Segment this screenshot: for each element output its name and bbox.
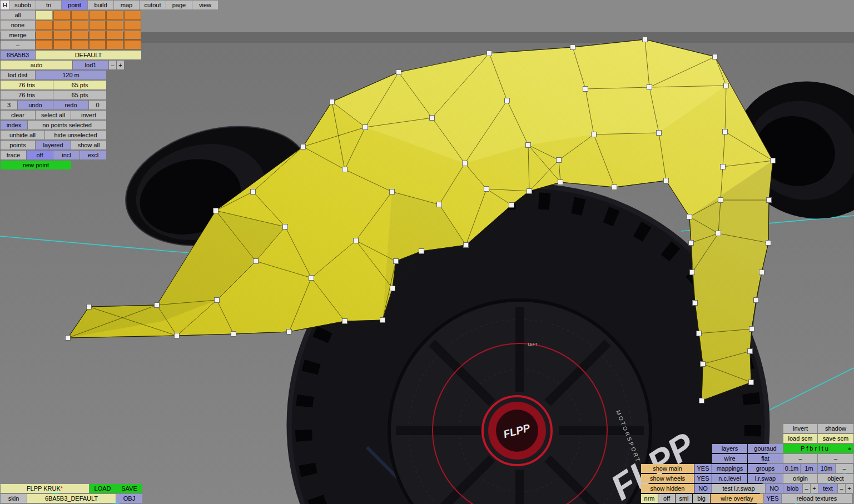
- palette-cell[interactable]: [124, 31, 141, 40]
- skin-label[interactable]: skin: [1, 494, 27, 503]
- palette-cell[interactable]: [89, 31, 106, 40]
- load-scm-button[interactable]: load scm: [783, 434, 817, 443]
- trace-off-button[interactable]: off: [27, 151, 53, 159]
- show-wheels-toggle[interactable]: YES: [694, 474, 712, 483]
- blob-button[interactable]: blob: [783, 484, 802, 493]
- mesh-vertex[interactable]: [87, 305, 92, 310]
- mesh-vertex[interactable]: [767, 198, 772, 203]
- invert-button[interactable]: invert: [783, 424, 817, 433]
- lod-minus-button[interactable]: –: [109, 61, 116, 69]
- blob-minus-button[interactable]: –: [803, 484, 810, 493]
- tab-h[interactable]: H: [1, 1, 9, 9]
- mesh-vertex[interactable]: [748, 349, 753, 354]
- mesh-vertex[interactable]: [771, 158, 776, 163]
- show-all-button[interactable]: show all: [71, 141, 106, 149]
- lod-auto-button[interactable]: auto: [1, 61, 72, 69]
- origin-button[interactable]: origin: [783, 474, 817, 483]
- show-wheels-label[interactable]: show wheels: [641, 474, 694, 483]
- wire-button[interactable]: wire: [712, 454, 747, 463]
- text-plus-button[interactable]: +: [846, 484, 853, 493]
- palette-cell[interactable]: [71, 40, 88, 49]
- mesh-vertex[interactable]: [231, 332, 236, 337]
- invert-selection-button[interactable]: invert: [71, 111, 106, 119]
- lod-dist-value[interactable]: 120 m: [36, 71, 106, 79]
- palette-cell[interactable]: [71, 11, 88, 20]
- mesh-vertex[interactable]: [699, 398, 704, 403]
- nrm-button[interactable]: nrm: [641, 494, 658, 503]
- mesh-vertex[interactable]: [215, 298, 220, 303]
- mesh-vertex[interactable]: [527, 189, 532, 194]
- skin-name-button[interactable]: DEFAULT: [36, 51, 141, 59]
- lrswap-button[interactable]: l.r.swap: [748, 474, 783, 483]
- mesh-vertex[interactable]: [330, 99, 335, 104]
- mesh-vertex[interactable]: [396, 70, 401, 75]
- mesh-vertex[interactable]: [759, 270, 764, 275]
- text-minus-button[interactable]: –: [838, 484, 845, 493]
- index-button[interactable]: index: [1, 121, 27, 129]
- tab-view[interactable]: view: [192, 1, 218, 9]
- mesh-vertex[interactable]: [583, 87, 588, 92]
- show-main-toggle[interactable]: YES: [694, 464, 712, 473]
- mesh-vertex[interactable]: [687, 214, 692, 219]
- mesh-vertex[interactable]: [301, 144, 306, 149]
- wire-overlay-toggle[interactable]: YES: [764, 494, 781, 503]
- unhide-all-button[interactable]: unhide all: [1, 131, 44, 139]
- mesh-vertex[interactable]: [570, 45, 575, 50]
- mesh-vertex[interactable]: [766, 241, 771, 246]
- palette-cell[interactable]: [106, 40, 123, 49]
- mesh-vertex[interactable]: [509, 203, 514, 208]
- lod-current-button[interactable]: lod1: [73, 61, 108, 69]
- layers-button[interactable]: layers: [712, 444, 747, 453]
- mesh-vertex[interactable]: [363, 125, 368, 130]
- grid-dash-button[interactable]: –: [836, 464, 853, 473]
- wire-overlay-label[interactable]: wire overlay: [711, 494, 763, 503]
- mesh-vertex[interactable]: [557, 158, 562, 163]
- show-hidden-label[interactable]: show hidden: [641, 484, 694, 493]
- palette-cell[interactable]: [71, 31, 88, 40]
- hide-unselected-button[interactable]: hide unselected: [45, 131, 106, 139]
- grid-10m-button[interactable]: 10m: [818, 464, 835, 473]
- mesh-vertex[interactable]: [309, 276, 314, 281]
- nrm-off-button[interactable]: off: [658, 494, 675, 503]
- trace-incl-button[interactable]: incl: [53, 151, 80, 159]
- mesh-vertex[interactable]: [505, 98, 510, 103]
- palette-cell[interactable]: [124, 21, 141, 30]
- mesh-vertex[interactable]: [155, 303, 160, 308]
- trace-excl-button[interactable]: excl: [80, 151, 106, 159]
- palette-cell[interactable]: [53, 21, 71, 30]
- palette-cell[interactable]: [89, 21, 106, 30]
- dash-button[interactable]: –: [1, 41, 35, 49]
- tab-map[interactable]: map: [114, 1, 139, 9]
- mesh-vertex[interactable]: [647, 85, 652, 90]
- all-button[interactable]: all: [1, 11, 35, 19]
- mesh-vertex[interactable]: [430, 116, 435, 121]
- mesh-vertex[interactable]: [419, 249, 424, 254]
- skin-file-name[interactable]: 6BA5B3_DEFAULT: [27, 494, 116, 503]
- palette-cell[interactable]: [36, 31, 53, 40]
- mesh-vertex[interactable]: [175, 333, 180, 338]
- palette-cell[interactable]: [89, 40, 106, 49]
- mesh-vertex[interactable]: [463, 161, 468, 166]
- tab-tri[interactable]: tri: [36, 1, 61, 9]
- show-main-label[interactable]: show main: [641, 464, 694, 473]
- mesh-vertex[interactable]: [380, 318, 385, 323]
- file-name-button[interactable]: FLPP KRUK*: [1, 484, 89, 493]
- palette-cell[interactable]: [36, 40, 53, 49]
- none-button[interactable]: none: [1, 21, 35, 29]
- palette-cell[interactable]: [124, 11, 141, 20]
- test-lrswap-toggle[interactable]: NO: [766, 484, 783, 493]
- mesh-vertex[interactable]: [690, 270, 695, 275]
- new-point-button[interactable]: new point: [1, 161, 71, 169]
- mesh-vertex[interactable]: [664, 178, 669, 183]
- mesh-vertex[interactable]: [487, 51, 492, 56]
- test-lrswap-button[interactable]: test l.r.swap: [712, 484, 765, 493]
- tab-subob[interactable]: subob: [10, 1, 36, 9]
- mesh-vertex[interactable]: [749, 327, 754, 332]
- mesh-vertex[interactable]: [354, 238, 359, 243]
- tab-build[interactable]: build: [88, 1, 113, 9]
- tab-point[interactable]: point: [62, 1, 87, 9]
- redo-button[interactable]: redo: [53, 101, 88, 109]
- dash2-button[interactable]: –: [818, 454, 853, 463]
- tab-page[interactable]: page: [166, 1, 192, 9]
- mesh-vertex[interactable]: [251, 189, 256, 194]
